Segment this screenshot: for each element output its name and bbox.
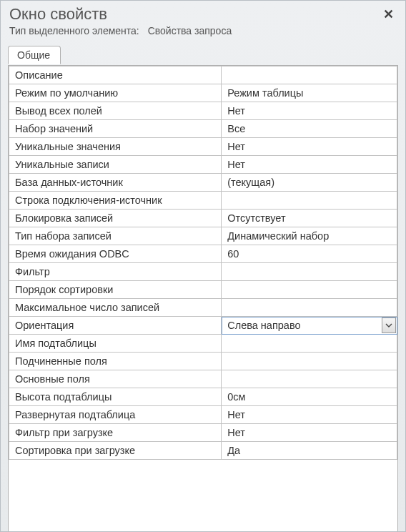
property-name[interactable]: Набор значений: [9, 120, 222, 138]
property-name[interactable]: Развернутая подтаблица: [9, 406, 222, 424]
property-row: ОриентацияСлева направо: [9, 317, 397, 335]
property-name[interactable]: Режим по умолчанию: [9, 84, 222, 102]
property-row: База данных-источник(текущая): [9, 174, 397, 192]
property-name[interactable]: Основные поля: [9, 370, 222, 388]
property-value[interactable]: Да: [222, 442, 397, 460]
selection-type: Тип выделенного элемента: Свойства запро…: [1, 25, 405, 41]
selection-type-label: Тип выделенного элемента:: [9, 25, 139, 36]
property-row: Сортировка при загрузкеДа: [9, 442, 397, 460]
selection-type-value: Свойства запроса: [148, 25, 232, 36]
property-name[interactable]: Вывод всех полей: [9, 102, 222, 120]
property-value[interactable]: 60: [222, 245, 397, 263]
property-row: Режим по умолчаниюРежим таблицы: [9, 84, 397, 102]
property-value[interactable]: Нет: [222, 156, 397, 174]
property-row: Подчиненные поля: [9, 353, 397, 370]
property-row: Фильтр при загрузкеНет: [9, 424, 397, 442]
property-value[interactable]: Слева направо: [222, 317, 397, 335]
property-row: Блокировка записейОтсутствует: [9, 210, 397, 227]
property-value[interactable]: [222, 335, 397, 353]
property-value[interactable]: Динамический набор: [222, 227, 397, 245]
property-name[interactable]: Сортировка при загрузке: [9, 442, 222, 460]
property-value[interactable]: Нет: [222, 406, 397, 424]
property-name[interactable]: Фильтр: [9, 263, 222, 281]
property-value[interactable]: 0см: [222, 388, 397, 406]
chevron-down-icon: [385, 323, 392, 327]
property-value[interactable]: Нет: [222, 424, 397, 442]
property-name[interactable]: Описание: [9, 66, 222, 84]
property-row: Набор значенийВсе: [9, 120, 397, 138]
property-row: Тип набора записейДинамический набор: [9, 227, 397, 245]
titlebar: Окно свойств ✕: [1, 1, 405, 25]
property-row: Фильтр: [9, 263, 397, 281]
property-name[interactable]: Подчиненные поля: [9, 353, 222, 370]
property-name[interactable]: Строка подключения-источник: [9, 192, 222, 210]
property-value[interactable]: [222, 192, 397, 210]
property-row: Время ожидания ODBC60: [9, 245, 397, 263]
property-value[interactable]: Нет: [222, 102, 397, 120]
property-value[interactable]: [222, 263, 397, 281]
property-row: Имя подтаблицы: [9, 335, 397, 353]
property-name[interactable]: Ориентация: [9, 317, 222, 335]
property-value[interactable]: Все: [222, 120, 397, 138]
property-value[interactable]: [222, 281, 397, 299]
property-row: Строка подключения-источник: [9, 192, 397, 210]
close-button[interactable]: ✕: [379, 5, 398, 24]
property-row: Максимальное число записей: [9, 299, 397, 317]
property-sheet: ОписаниеРежим по умолчаниюРежим таблицыВ…: [8, 66, 398, 532]
property-value[interactable]: [222, 353, 397, 370]
property-row: Развернутая подтаблицаНет: [9, 406, 397, 424]
property-row: Вывод всех полейНет: [9, 102, 397, 120]
property-row: Основные поля: [9, 370, 397, 388]
property-value[interactable]: Нет: [222, 138, 397, 156]
property-value[interactable]: Режим таблицы: [222, 84, 397, 102]
property-name[interactable]: Порядок сортировки: [9, 281, 222, 299]
properties-table: ОписаниеРежим по умолчаниюРежим таблицыВ…: [9, 66, 397, 460]
property-name[interactable]: Фильтр при загрузке: [9, 424, 222, 442]
property-name[interactable]: База данных-источник: [9, 174, 222, 192]
property-name[interactable]: Имя подтаблицы: [9, 335, 222, 353]
tabs: Общие: [8, 45, 398, 66]
property-name[interactable]: Высота подтаблицы: [9, 388, 222, 406]
property-name[interactable]: Уникальные значения: [9, 138, 222, 156]
property-row: Высота подтаблицы0см: [9, 388, 397, 406]
property-row: Уникальные значенияНет: [9, 138, 397, 156]
property-value[interactable]: (текущая): [222, 174, 397, 192]
property-value[interactable]: [222, 66, 397, 84]
property-name[interactable]: Максимальное число записей: [9, 299, 222, 317]
tab-general[interactable]: Общие: [8, 46, 61, 64]
property-name[interactable]: Время ожидания ODBC: [9, 245, 222, 263]
property-value[interactable]: Отсутствует: [222, 210, 397, 227]
window-title: Окно свойств: [9, 5, 107, 24]
property-row: Описание: [9, 66, 397, 84]
property-value[interactable]: [222, 370, 397, 388]
dropdown-button[interactable]: [382, 317, 396, 333]
property-row: Уникальные записиНет: [9, 156, 397, 174]
property-name[interactable]: Блокировка записей: [9, 210, 222, 227]
close-icon: ✕: [383, 7, 394, 21]
property-row: Порядок сортировки: [9, 281, 397, 299]
property-value[interactable]: [222, 299, 397, 317]
property-name[interactable]: Уникальные записи: [9, 156, 222, 174]
property-name[interactable]: Тип набора записей: [9, 227, 222, 245]
properties-window: Окно свойств ✕ Тип выделенного элемента:…: [0, 0, 406, 532]
